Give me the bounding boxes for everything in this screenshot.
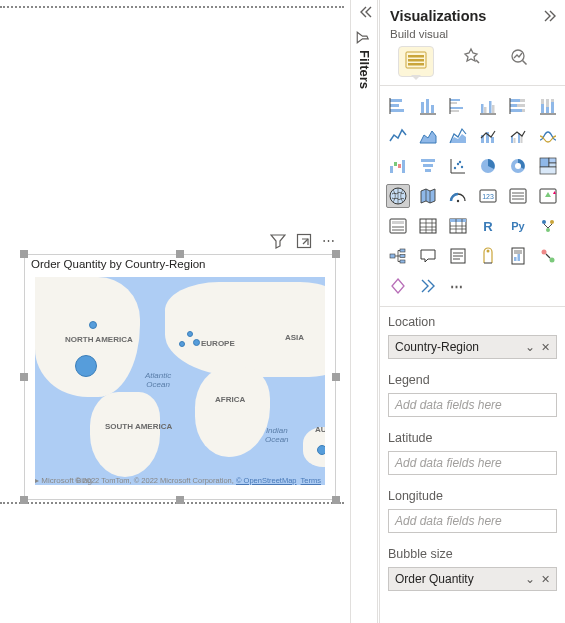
map-bubble[interactable] [317, 445, 325, 455]
well-label: Location [388, 315, 557, 329]
viz-pie[interactable] [476, 154, 500, 178]
svg-text:▲: ▲ [552, 189, 557, 195]
viz-filled-map[interactable] [416, 184, 440, 208]
viz-100-stacked-bar[interactable] [506, 94, 530, 118]
viz-scatter[interactable] [446, 154, 470, 178]
build-visual-tab[interactable] [398, 46, 434, 77]
expand-filters-icon[interactable] [351, 0, 377, 24]
map-surface[interactable]: NORTH AMERICA SOUTH AMERICA EUROPE AFRIC… [35, 277, 325, 485]
svg-rect-12 [450, 99, 460, 101]
map-label-sa: SOUTH AMERICA [105, 422, 172, 431]
well-label: Longitude [388, 489, 557, 503]
viz-stacked-column[interactable] [416, 94, 440, 118]
viz-python[interactable]: Py [506, 214, 530, 238]
visualizations-title: Visualizations [390, 8, 486, 24]
field-bubble-size[interactable]: Order Quantity ⌄ ✕ [388, 567, 557, 591]
map-label-af: AFRICA [215, 395, 245, 404]
viz-key-influencers[interactable] [536, 214, 560, 238]
well-label: Legend [388, 373, 557, 387]
svg-rect-18 [489, 101, 492, 113]
viz-stacked-bar[interactable] [386, 94, 410, 118]
viz-r-script[interactable]: R [476, 214, 500, 238]
svg-rect-39 [390, 166, 393, 173]
field-drop-latitude[interactable]: Add data fields here [388, 451, 557, 475]
svg-point-52 [515, 163, 521, 169]
map-bubble[interactable] [179, 341, 185, 347]
viz-area[interactable] [416, 124, 440, 148]
viz-donut[interactable] [506, 154, 530, 178]
viz-smart-narrative[interactable] [446, 244, 470, 268]
terms-link[interactable]: Terms [301, 476, 321, 485]
field-drop-legend[interactable]: Add data fields here [388, 393, 557, 417]
viz-ribbon[interactable] [536, 124, 560, 148]
svg-rect-16 [481, 104, 484, 113]
map-bubble[interactable] [193, 339, 200, 346]
viz-clustered-column[interactable] [476, 94, 500, 118]
viz-qna[interactable] [416, 244, 440, 268]
viz-line-stacked-column[interactable] [476, 124, 500, 148]
svg-rect-81 [514, 257, 517, 261]
svg-text:R: R [483, 219, 493, 234]
viz-line[interactable] [386, 124, 410, 148]
viz-waterfall[interactable] [386, 154, 410, 178]
svg-rect-65 [392, 221, 404, 224]
viz-treemap[interactable] [536, 154, 560, 178]
field-location[interactable]: Country-Region ⌄ ✕ [388, 335, 557, 359]
svg-rect-38 [520, 136, 522, 143]
svg-rect-14 [450, 107, 463, 109]
viz-100-stacked-column[interactable] [536, 94, 560, 118]
osm-link[interactable]: © OpenStreetMap [236, 476, 297, 485]
filter-icon[interactable] [270, 233, 286, 249]
viz-kpi[interactable]: ▲ [536, 184, 560, 208]
placeholder-text: Add data fields here [395, 456, 502, 470]
viz-funnel[interactable] [416, 154, 440, 178]
field-drop-longitude[interactable]: Add data fields here [388, 509, 557, 533]
filters-rail-label[interactable]: Filters [351, 30, 372, 89]
viz-matrix[interactable] [446, 214, 470, 238]
map-bubble[interactable] [89, 321, 97, 329]
svg-rect-44 [423, 164, 433, 167]
viz-arcgis[interactable] [416, 274, 440, 298]
format-visual-tab[interactable] [460, 46, 482, 77]
viz-card[interactable]: 123 [476, 184, 500, 208]
viz-gauge[interactable] [446, 184, 470, 208]
viz-clustered-bar[interactable] [446, 94, 470, 118]
well-label: Bubble size [388, 547, 557, 561]
viz-map[interactable] [386, 184, 410, 208]
svg-rect-82 [517, 254, 520, 261]
collapse-viz-pane-icon[interactable] [541, 8, 557, 24]
svg-point-58 [456, 200, 458, 202]
viz-goals[interactable] [476, 244, 500, 268]
svg-text:Py: Py [511, 220, 525, 232]
viz-power-apps[interactable] [386, 274, 410, 298]
viz-stacked-area[interactable] [446, 124, 470, 148]
viz-table[interactable] [416, 214, 440, 238]
map-bubble[interactable] [187, 331, 193, 337]
viz-paginated-report[interactable] [506, 244, 530, 268]
chevron-down-icon[interactable]: ⌄ [525, 340, 535, 354]
viz-multi-row-card[interactable] [506, 184, 530, 208]
well-latitude: Latitude Add data fields here [388, 431, 557, 475]
svg-rect-68 [450, 219, 466, 222]
analytics-tab[interactable] [508, 46, 530, 77]
map-visual[interactable]: ⋯ Order Quantity by Country-Region [24, 254, 336, 500]
svg-rect-25 [522, 109, 525, 112]
svg-rect-75 [400, 249, 405, 252]
report-canvas[interactable]: ⋯ Order Quantity by Country-Region [0, 0, 350, 623]
remove-field-icon[interactable]: ✕ [541, 341, 550, 354]
visualization-types-grid: 123 ▲ R Py ⋯ [380, 86, 565, 306]
field-text: Order Quantity [395, 572, 474, 586]
svg-rect-9 [421, 102, 424, 113]
chevron-down-icon[interactable]: ⌄ [525, 572, 535, 586]
map-bubble[interactable] [75, 355, 97, 377]
remove-field-icon[interactable]: ✕ [541, 573, 550, 586]
svg-point-48 [460, 166, 462, 168]
svg-point-47 [456, 163, 458, 165]
viz-decomposition-tree[interactable] [386, 244, 410, 268]
focus-mode-icon[interactable] [296, 233, 312, 249]
get-more-visuals[interactable]: ⋯ [446, 274, 470, 298]
viz-line-clustered-column[interactable] [506, 124, 530, 148]
viz-slicer[interactable] [386, 214, 410, 238]
viz-power-automate[interactable] [536, 244, 560, 268]
more-options-icon[interactable]: ⋯ [322, 233, 335, 249]
